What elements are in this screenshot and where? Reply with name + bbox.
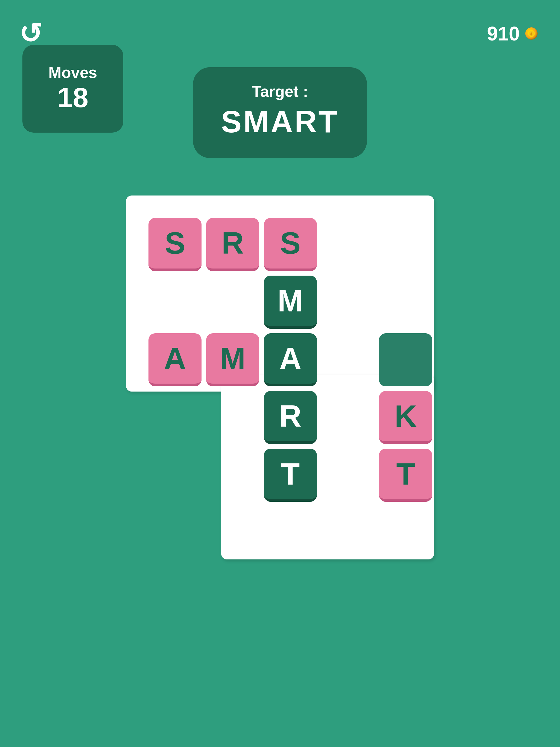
target-box: Target : SMART — [193, 67, 367, 158]
tile-letter-R[interactable]: R — [206, 218, 259, 271]
game-area: SRSMAMARKTT — [126, 196, 434, 560]
tile-cell-t-r2-c1: M — [206, 333, 259, 387]
tile-letter-A[interactable]: A — [149, 333, 202, 387]
reset-button[interactable]: ↺ — [22, 25, 39, 42]
tile-cell-t-r4-c4: T — [379, 449, 432, 502]
tile-cell-t-r3-c4: K — [379, 391, 432, 444]
tile-letter-S[interactable]: S — [264, 218, 317, 271]
board-wrapper: SRSMAMARKTT — [126, 196, 434, 560]
moves-number: 18 — [57, 81, 88, 114]
coins-display: 910 $ — [487, 22, 538, 45]
tile-letter-T[interactable]: T — [379, 449, 432, 502]
tile-letter-S[interactable]: S — [149, 218, 202, 271]
tile-cell-t-r1-c2: M — [264, 276, 317, 329]
tile-empty-t-r2-c4[interactable] — [379, 333, 432, 387]
tile-cell-t-r3-c2: R — [264, 391, 317, 444]
tile-cell-t-r2-c2: A — [264, 333, 317, 387]
middle-section: Moves 18 Target : SMART — [0, 45, 560, 158]
tile-cell-t-r4-c2: T — [264, 449, 317, 502]
tile-letter-T[interactable]: T — [264, 449, 317, 502]
tile-cell-t-r0-c1: R — [206, 218, 259, 271]
coin-amount: 910 — [487, 22, 520, 45]
moves-box: Moves 18 — [22, 45, 123, 133]
coin-icon: $ — [525, 27, 538, 40]
tile-cell-t-r0-c0: S — [149, 218, 202, 271]
target-word: SMART — [221, 104, 339, 139]
top-bar: ↺ 910 $ — [0, 0, 560, 45]
tile-grid: SRSMAMARKTT — [126, 196, 434, 560]
tile-letter-A[interactable]: A — [264, 333, 317, 387]
target-label: Target : — [252, 82, 308, 100]
moves-label: Moves — [48, 63, 97, 81]
tile-letter-M[interactable]: M — [206, 333, 259, 387]
tile-letter-R[interactable]: R — [264, 391, 317, 444]
svg-text:$: $ — [531, 32, 533, 36]
tile-cell-t-r2-c0: A — [149, 333, 202, 387]
tile-cell-t-r2-c4 — [379, 333, 432, 387]
tile-letter-M[interactable]: M — [264, 276, 317, 329]
tile-cell-t-r0-c2: S — [264, 218, 317, 271]
tile-letter-K[interactable]: K — [379, 391, 432, 444]
